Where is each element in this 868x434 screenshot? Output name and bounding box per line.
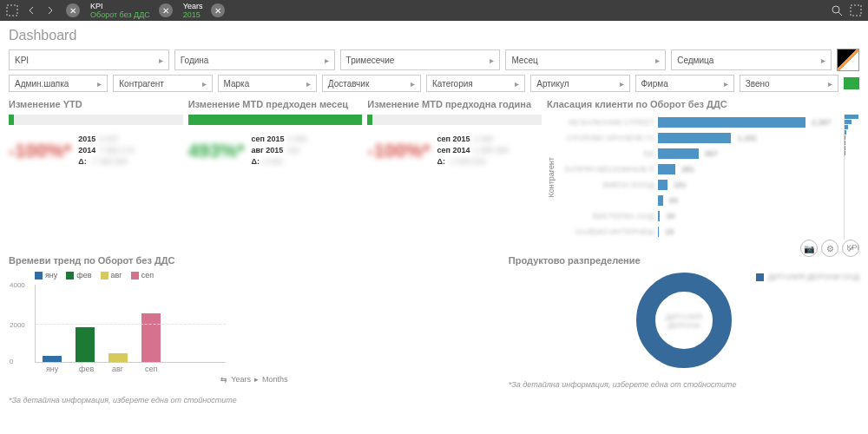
section-title: Времеви тренд по Оборот без ДДС	[9, 255, 500, 266]
top-toolbar: ✕ KPI Оборот без ДДС ✕ Years 2015 ✕	[0, 0, 868, 21]
filter-value: 2015	[183, 10, 203, 19]
legend-swatch	[756, 273, 764, 281]
product-distribution-panel: 📷 ⚙ ⤢ Продуктово разпределение ДИТАЛИЯ Д…	[509, 255, 859, 404]
legend-item[interactable]: фев	[66, 271, 91, 279]
filter-quarter[interactable]: Тримесечие▸	[340, 49, 501, 70]
client-bar-row[interactable]: ЕИ667	[559, 146, 840, 161]
donut-chart[interactable]: ДИТАЛИЯ ДЕРОНИ	[636, 273, 732, 368]
filter-article[interactable]: Артикул▸	[530, 75, 629, 92]
legend-item[interactable]: сеп	[131, 271, 154, 279]
trend-bar[interactable]	[108, 353, 128, 362]
snapshot-icon[interactable]: 📷	[800, 240, 818, 257]
svg-rect-0	[7, 5, 17, 16]
fullscreen-icon[interactable]: ⤢	[842, 240, 859, 257]
filter-value: Оборот без ДДС	[90, 10, 150, 19]
drill-hierarchy[interactable]: ⇆ Years ▸ Months	[9, 375, 500, 384]
kpi-detail-lines: сеп 20152 466 авг 2015415 Δ:2 049	[252, 134, 308, 168]
svg-rect-3	[851, 5, 861, 16]
chevron-right-icon: ▸	[325, 56, 329, 65]
filter-label: Years	[183, 2, 203, 10]
page-title: Dashboard	[0, 21, 868, 47]
section-title: Изменение YTD	[9, 99, 183, 109]
chevron-right-icon: ▸	[202, 79, 207, 89]
footnote: *За детайлна информация, изберете една о…	[509, 380, 859, 389]
mtd-sparkbar	[188, 115, 363, 125]
client-bar-row[interactable]: СТОЛОВО ХРАНЕНЕ ГА1,191	[559, 130, 840, 146]
client-bar-row[interactable]: КВ БАЛКАНИК СТРЕЕТ2,397	[559, 115, 840, 130]
chevron-right-icon: ▸	[306, 79, 311, 89]
trend-bar-chart[interactable]: 4000 2000 0 януфевавгсеп	[35, 285, 226, 363]
chevron-right-icon: ▸	[724, 79, 728, 89]
close-icon[interactable]: ✕	[211, 3, 225, 17]
lower-row: Времеви тренд по Оборот без ДДС януфевав…	[0, 252, 868, 408]
client-bar-row[interactable]: 84	[559, 193, 840, 208]
filter-label: KPI	[90, 2, 150, 10]
filter-admin[interactable]: Админ.шапка▸	[9, 75, 108, 92]
trend-legend: януфевавгсеп	[35, 271, 500, 279]
filter-company[interactable]: Фирма▸	[635, 75, 734, 92]
client-bar-row[interactable]: ВИЕНА ЕООД151	[559, 177, 840, 193]
legend-item[interactable]: яну	[35, 271, 57, 279]
chevron-right-icon: ▸	[620, 79, 624, 89]
section-title: Изменение MTD предходна година	[367, 99, 542, 109]
kpi-percent: -100%*	[367, 140, 430, 162]
legend-item[interactable]: авг	[101, 271, 122, 279]
clients-minimap[interactable]	[844, 115, 859, 240]
filters-row-secondary: Админ.шапка▸ Контрагент▸ Марка▸ Доставчи…	[0, 73, 868, 94]
forward-icon[interactable]	[43, 3, 57, 17]
chevron-right-icon: ▸	[655, 56, 660, 65]
close-icon[interactable]: ✕	[159, 3, 173, 17]
chart-toolbar: 📷 ⚙ ⤢	[800, 240, 859, 257]
hierarchy-icon: ⇆	[220, 375, 227, 384]
filter-week[interactable]: Седмица▸	[671, 49, 832, 70]
chevron-right-icon: ▸	[821, 56, 825, 65]
client-bar-row[interactable]: ВИСТЕРИА ООД34	[559, 208, 840, 224]
y-tick: 4000	[10, 281, 25, 289]
selection-icon[interactable]	[5, 3, 19, 17]
filter-kpi[interactable]: KPI▸	[9, 49, 169, 70]
filter-category[interactable]: Категория▸	[426, 75, 525, 92]
filter-year[interactable]: Година▸	[174, 49, 335, 70]
ytd-sparkbar	[9, 115, 183, 125]
filter-month[interactable]: Месец▸	[505, 49, 666, 70]
chevron-right-icon: ▸	[411, 79, 415, 89]
status-indicator	[844, 77, 859, 89]
clients-ranking: Класация клиенти по Оборот без ДДС Контр…	[547, 99, 859, 252]
trend-bar[interactable]	[141, 313, 161, 362]
filter-counterparty[interactable]: Контрагент▸	[113, 75, 212, 92]
donut-center-label: ДИТАЛИЯ ДЕРОНИ	[661, 312, 707, 330]
mtd-year-sparkbar	[367, 115, 542, 125]
clients-bar-chart[interactable]: КВ БАЛКАНИК СТРЕЕТ2,397СТОЛОВО ХРАНЕНЕ Г…	[559, 115, 840, 240]
filter-unit[interactable]: Звено▸	[740, 75, 838, 92]
expand-icon[interactable]	[849, 3, 863, 17]
y-tick: 0	[10, 358, 13, 365]
chevron-right-icon: ▸	[490, 56, 494, 65]
search-icon[interactable]	[830, 3, 844, 17]
kpi-percent: 493%*	[188, 140, 245, 162]
chevron-right-icon: ▸	[159, 56, 163, 65]
filter-supplier[interactable]: Доставчик▸	[322, 75, 421, 92]
footnote: *За детайлна информация, изберете една о…	[9, 396, 500, 404]
y-tick: 2000	[10, 321, 25, 329]
client-bar-row[interactable]: КАЛЕИО ИНТЕРНЕШ19	[559, 224, 840, 240]
section-title: Класация клиенти по Оборот без ДДС	[547, 99, 859, 109]
trend-bar[interactable]	[76, 327, 95, 363]
filter-brand[interactable]: Марка▸	[218, 75, 317, 92]
time-trend-panel: Времеви тренд по Оборот без ДДС януфевав…	[9, 255, 500, 404]
clear-all-icon[interactable]: ✕	[66, 3, 80, 17]
active-filter-years[interactable]: Years 2015	[183, 2, 203, 19]
trend-bar[interactable]	[43, 356, 62, 362]
filters-row-primary: KPI▸ Година▸ Тримесечие▸ Месец▸ Седмица▸	[0, 47, 868, 73]
back-icon[interactable]	[24, 3, 38, 17]
y-axis-label: Контрагент	[547, 157, 556, 198]
active-filter-kpi[interactable]: KPI Оборот без ДДС	[90, 2, 150, 19]
chevron-right-icon: ▸	[515, 79, 519, 89]
kpi-percent: -100%*	[9, 140, 71, 162]
kpi-detail-lines: сеп 20152 466 сеп 20141 985 389 Δ:-1 883…	[437, 134, 509, 168]
section-title: Изменение MTD предходен месец	[188, 99, 363, 109]
chevron-right-icon: ▸	[828, 79, 832, 89]
settings-icon[interactable]: ⚙	[821, 240, 838, 257]
kpi-mtd-prev-month: Изменение MTD предходен месец 493%* сеп …	[188, 99, 363, 252]
svg-point-1	[832, 6, 839, 13]
client-bar-row[interactable]: ЗАПРЯН ВЕСЕЛИНОВ П281	[559, 161, 840, 177]
